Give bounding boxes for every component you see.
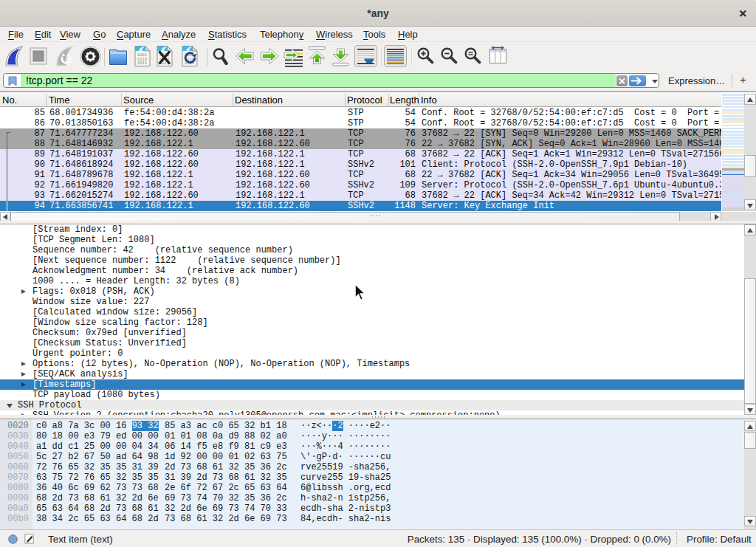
svg-text:0011: 0011: [137, 61, 148, 66]
